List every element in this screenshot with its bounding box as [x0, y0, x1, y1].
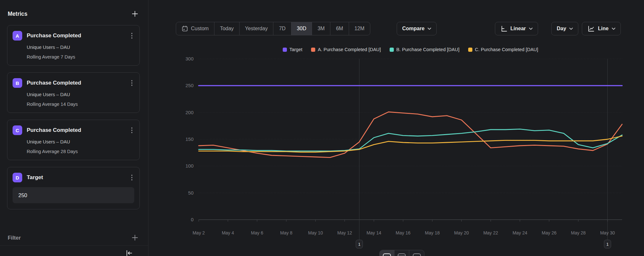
metrics-header: Metrics: [8, 10, 139, 18]
metrics-title: Metrics: [8, 11, 27, 17]
metric-measure: Unique Users – DAU: [27, 92, 134, 97]
line-chart[interactable]: 050100150200250300May 2May 4May 6May 8Ma…: [148, 42, 644, 256]
kebab-menu-icon[interactable]: [129, 32, 135, 40]
metric-card: BPurchase CompletedUnique Users – DAURol…: [7, 72, 140, 113]
range-segment-12m[interactable]: 12M: [349, 22, 370, 35]
y-tick-label: 250: [185, 83, 194, 88]
chevron-down-icon: [612, 28, 615, 30]
view-toggle-metric[interactable]: [409, 250, 424, 256]
chart-view-icon: [383, 253, 391, 256]
collapse-sidebar-button[interactable]: [125, 249, 133, 256]
kebab-menu-icon[interactable]: [129, 126, 135, 134]
chevron-down-icon: [569, 28, 573, 30]
y-tick-label: 200: [185, 110, 194, 115]
target-card: D Target: [7, 167, 140, 209]
x-tick-label: May 24: [513, 230, 527, 235]
chart-type-label: Line: [598, 26, 609, 32]
chart-type-selector-button[interactable]: Line: [582, 22, 621, 35]
range-label: Custom: [191, 26, 209, 32]
metric-title: Target: [27, 174, 125, 181]
range-segment-today[interactable]: Today: [214, 22, 240, 35]
x-tick-label: May 2: [193, 230, 205, 235]
metric-letter-badge: C: [13, 125, 22, 135]
metric-measure: Unique Users – DAU: [27, 45, 134, 50]
y-tick-label: 50: [188, 190, 194, 196]
table-view-icon: [397, 253, 406, 256]
add-filter-button[interactable]: [131, 233, 139, 242]
range-label: Today: [220, 26, 234, 32]
chevron-down-icon: [428, 28, 431, 30]
x-tick-label: May 30: [600, 230, 615, 235]
metric-card-list: APurchase CompletedUnique Users – DAURol…: [7, 25, 140, 216]
view-toggle-group: [379, 250, 424, 256]
collapse-left-icon: [125, 249, 133, 256]
filter-title: Filter: [8, 235, 21, 241]
scale-selector-button[interactable]: Linear: [495, 22, 538, 35]
plus-icon: [131, 234, 138, 241]
series-line[interactable]: [199, 129, 622, 151]
view-toggle-chart[interactable]: [380, 250, 394, 256]
x-tick-label: May 18: [425, 230, 440, 235]
metric-card: CPurchase CompletedUnique Users – DAURol…: [7, 120, 140, 160]
range-label: 3M: [317, 26, 325, 32]
metric-letter-badge: B: [13, 78, 22, 88]
annotation-badge-label: 1: [606, 242, 609, 247]
range-segment-yesterday[interactable]: Yesterday: [240, 22, 274, 35]
y-tick-label: 100: [185, 163, 194, 169]
line-chart-icon: [587, 25, 595, 32]
linear-axis-icon: [500, 25, 507, 32]
x-tick-label: May 28: [571, 230, 586, 235]
metric-transform: Rolling Average 14 Days: [27, 102, 134, 107]
sidebar-divider: [0, 245, 148, 246]
x-tick-label: May 26: [542, 230, 556, 235]
y-tick-label: 150: [185, 136, 194, 142]
target-value-input[interactable]: [13, 187, 134, 203]
kebab-menu-icon[interactable]: [129, 173, 135, 182]
range-segment-30d[interactable]: 30D: [291, 22, 312, 35]
range-segment-3m[interactable]: 3M: [312, 22, 330, 35]
x-tick-label: May 6: [251, 230, 263, 235]
view-toggle-table[interactable]: [394, 250, 409, 256]
plus-icon: [131, 10, 138, 17]
range-label: 7D: [279, 26, 285, 32]
metric-title: Purchase Completed: [27, 32, 125, 39]
series-line[interactable]: [199, 136, 622, 152]
y-tick-label: 300: [185, 56, 194, 61]
card-view-icon: [412, 253, 421, 256]
chevron-down-icon: [529, 28, 533, 30]
range-segment-7d[interactable]: 7D: [273, 22, 291, 35]
y-tick-label: 0: [191, 217, 194, 222]
filter-header: Filter: [8, 233, 139, 242]
metric-transform: Rolling Average 7 Days: [27, 54, 134, 59]
granularity-label: Day: [557, 26, 566, 32]
range-label: Yesterday: [245, 26, 268, 32]
metric-transform: Rolling Average 28 Days: [27, 149, 134, 154]
x-tick-label: May 16: [396, 230, 411, 235]
x-tick-label: May 12: [337, 230, 352, 235]
range-label: 6M: [336, 26, 343, 32]
range-segment-6m[interactable]: 6M: [330, 22, 349, 35]
calendar-icon: [182, 25, 188, 32]
compare-label: Compare: [402, 26, 424, 32]
x-tick-label: May 22: [483, 230, 498, 235]
kebab-menu-icon[interactable]: [129, 79, 135, 87]
x-tick-label: May 14: [366, 230, 381, 235]
metric-letter-badge: D: [13, 173, 22, 182]
compare-button[interactable]: Compare: [397, 22, 437, 35]
add-metric-button[interactable]: [131, 10, 139, 18]
x-tick-label: May 20: [454, 230, 469, 235]
range-label: 12M: [355, 26, 365, 32]
x-tick-label: May 8: [280, 230, 292, 235]
metric-card: APurchase CompletedUnique Users – DAURol…: [7, 25, 140, 66]
date-range-selector: CustomTodayYesterday7D30D3M6M12M: [176, 22, 370, 35]
range-label: 30D: [297, 26, 306, 32]
metric-measure: Unique Users – DAU: [27, 139, 134, 144]
annotation-badge-label: 1: [358, 242, 360, 247]
granularity-selector-button[interactable]: Day: [551, 22, 578, 35]
scale-label: Linear: [510, 26, 526, 32]
range-segment-custom[interactable]: Custom: [176, 22, 214, 35]
metric-title: Purchase Completed: [27, 80, 125, 86]
x-tick-label: May 4: [222, 230, 234, 235]
x-tick-label: May 10: [308, 230, 323, 235]
metric-title: Purchase Completed: [27, 127, 125, 133]
